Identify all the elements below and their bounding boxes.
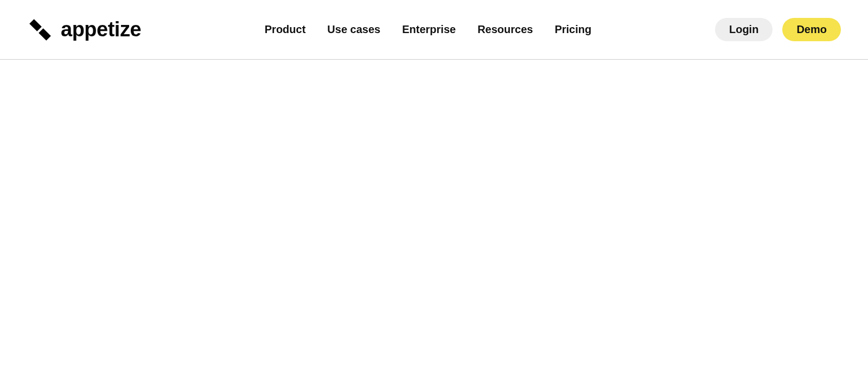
svg-rect-0: [29, 19, 42, 31]
nav-use-cases[interactable]: Use cases: [327, 23, 380, 36]
primary-nav: Product Use cases Enterprise Resources P…: [265, 23, 591, 36]
nav-enterprise[interactable]: Enterprise: [402, 23, 456, 36]
demo-button[interactable]: Demo: [782, 18, 841, 41]
logo-mark-icon: [27, 17, 53, 43]
header-actions: Login Demo: [715, 18, 841, 41]
nav-resources[interactable]: Resources: [477, 23, 533, 36]
brand-logo[interactable]: appetize: [27, 17, 141, 43]
nav-pricing[interactable]: Pricing: [554, 23, 591, 36]
login-button[interactable]: Login: [715, 18, 773, 41]
svg-rect-1: [39, 28, 51, 41]
brand-name: appetize: [61, 18, 141, 41]
site-header: appetize Product Use cases Enterprise Re…: [0, 0, 868, 60]
nav-product[interactable]: Product: [265, 23, 306, 36]
